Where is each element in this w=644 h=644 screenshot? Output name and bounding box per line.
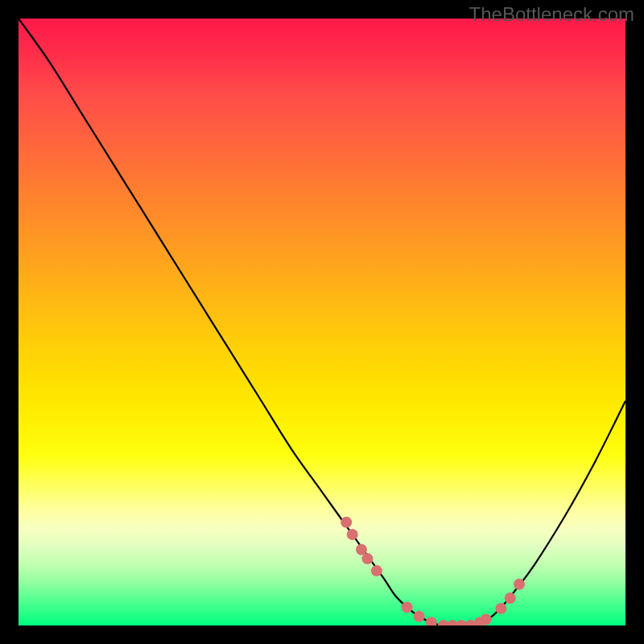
data-marker xyxy=(402,601,413,613)
chart-plot-area xyxy=(19,19,625,625)
data-marker xyxy=(481,614,492,625)
data-marker xyxy=(505,592,516,604)
data-marker xyxy=(362,553,374,564)
data-marker xyxy=(426,617,437,625)
data-marker xyxy=(414,611,425,622)
data-marker xyxy=(514,579,525,590)
data-marker xyxy=(347,529,358,540)
data-marker xyxy=(341,517,352,528)
marker-group xyxy=(341,517,525,625)
data-marker xyxy=(495,603,506,614)
watermark-text: TheBottleneck.com xyxy=(469,3,634,26)
bottleneck-curve xyxy=(19,19,625,625)
data-marker xyxy=(371,565,382,576)
chart-svg xyxy=(19,19,625,625)
